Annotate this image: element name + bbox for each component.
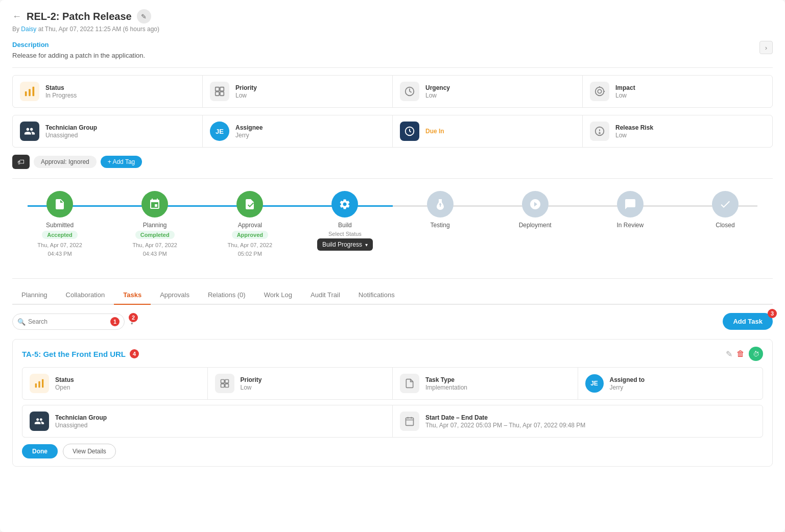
- priority-field-name: Priority: [235, 84, 257, 91]
- field-priority[interactable]: Priority Low: [203, 76, 392, 107]
- fields-grid-row2: Technician Group Unassigned JE Assignee …: [12, 115, 773, 148]
- step-submitted-badge: Accepted: [42, 231, 78, 239]
- step-testing-circle: [427, 191, 454, 217]
- tab-work-log[interactable]: Work Log: [255, 286, 301, 305]
- step-submitted-label: Submitted: [46, 222, 74, 229]
- status-field-value: In Progress: [45, 92, 77, 99]
- task-status-icon: [30, 374, 49, 393]
- field-assignee[interactable]: JE Assignee Jerry: [203, 115, 392, 147]
- task-toolbar: 🔍 1 ↕ 2 Add Task 3: [12, 313, 773, 330]
- task-field-status[interactable]: Status Open: [22, 368, 207, 399]
- task-status-name: Status: [55, 376, 74, 383]
- field-status[interactable]: Status In Progress: [13, 76, 202, 107]
- step-closed[interactable]: Closed: [678, 191, 773, 231]
- svg-rect-27: [406, 418, 414, 425]
- sort-badge-2: 2: [129, 313, 138, 322]
- field-impact[interactable]: Impact Low: [583, 76, 772, 107]
- step-deployment-circle: [522, 191, 549, 217]
- svg-point-19: [599, 133, 600, 134]
- task-status-value: Open: [55, 384, 74, 391]
- back-button[interactable]: ←: [12, 11, 21, 22]
- tab-tasks[interactable]: Tasks: [114, 286, 151, 305]
- task-field-assigned[interactable]: JE Assigned to Jerry: [578, 368, 763, 399]
- step-build[interactable]: Build Select Status Build Progress ▾: [297, 191, 392, 251]
- svg-rect-22: [42, 379, 43, 388]
- step-planning[interactable]: Planning Completed Thu, Apr 07, 202204:4…: [107, 191, 202, 258]
- task-timer-button[interactable]: ⏱: [749, 347, 763, 361]
- step-approval-circle: [236, 191, 263, 217]
- task-tech-group-icon: [30, 412, 49, 431]
- step-build-circle: [331, 191, 358, 217]
- field-technician-group[interactable]: Technician Group Unassigned: [13, 115, 202, 147]
- step-approval[interactable]: Approval Approved Thu, Apr 07, 202205:02…: [202, 191, 297, 258]
- task-assigned-name: Assigned to: [610, 376, 645, 383]
- status-icon: [20, 82, 39, 101]
- task-field-tech-group[interactable]: Technician Group Unassigned: [22, 405, 392, 437]
- task-field-dates[interactable]: Start Date – End Date Thu, Apr 07, 2022 …: [393, 405, 763, 437]
- task-badge-4: 4: [130, 349, 139, 358]
- step-build-dropdown[interactable]: Build Progress ▾: [317, 238, 373, 251]
- field-due-in[interactable]: Due In: [393, 115, 582, 147]
- due-in-field-name: Due In: [425, 128, 444, 135]
- tab-notifications[interactable]: Notifications: [349, 286, 404, 305]
- step-in-review-circle: [617, 191, 644, 217]
- task-assigned-value: Jerry: [610, 384, 645, 391]
- release-risk-value: Low: [615, 132, 653, 139]
- task-dates-name: Start Date – End Date: [425, 414, 585, 421]
- task-card-header: TA-5: Get the Front End URL 4 ✎ 🗑 ⏱: [22, 347, 763, 361]
- field-release-risk[interactable]: Release Risk Low: [583, 115, 772, 147]
- task-type-value: Implementation: [425, 384, 467, 391]
- tab-planning[interactable]: Planning: [12, 286, 57, 305]
- tag-icon-button[interactable]: 🏷: [12, 155, 30, 169]
- task-tech-group-value: Unassigned: [55, 422, 107, 429]
- tags-row: 🏷 Approval: Ignored + Add Tag: [12, 155, 773, 169]
- step-submitted-date: Thu, Apr 07, 202204:43 PM: [37, 241, 82, 258]
- step-in-review[interactable]: In Review: [583, 191, 678, 231]
- step-testing-label: Testing: [431, 222, 450, 229]
- step-approval-label: Approval: [238, 222, 262, 229]
- step-deployment[interactable]: Deployment: [488, 191, 583, 231]
- task-edit-button[interactable]: ✎: [726, 349, 732, 359]
- field-urgency[interactable]: Urgency Low: [393, 76, 582, 107]
- svg-rect-2: [33, 87, 35, 96]
- tab-relations[interactable]: Relations (0): [199, 286, 255, 305]
- task-field-priority[interactable]: Priority Low: [208, 368, 393, 399]
- due-in-icon: [400, 122, 419, 141]
- edit-title-button[interactable]: ✎: [137, 9, 151, 23]
- step-testing[interactable]: Testing: [393, 191, 488, 231]
- task-calendar-icon: [400, 412, 419, 431]
- search-badge-1: 1: [110, 317, 120, 326]
- fields-grid-row1: Status In Progress Priority Low Urgency …: [12, 75, 773, 108]
- step-submitted[interactable]: Submitted Accepted Thu, Apr 07, 202204:4…: [12, 191, 107, 258]
- tech-group-value: Unassigned: [45, 132, 97, 139]
- tab-audit-trail[interactable]: Audit Trail: [301, 286, 349, 305]
- step-approval-date: Thu, Apr 07, 202205:02 PM: [228, 241, 272, 258]
- task-type-icon: [400, 374, 419, 393]
- task-title-link[interactable]: TA-5: Get the Front End URL: [22, 350, 126, 358]
- task-priority-value: Low: [241, 384, 262, 391]
- svg-rect-5: [216, 92, 219, 95]
- svg-line-9: [410, 91, 412, 92]
- task-delete-button[interactable]: 🗑: [736, 349, 745, 358]
- description-text: Release for adding a patch in the applic…: [12, 52, 773, 59]
- step-submitted-circle: [46, 191, 73, 217]
- view-details-button[interactable]: View Details: [63, 444, 116, 459]
- task-dates-value: Thu, Apr 07, 2022 05:03 PM – Thu, Apr 07…: [425, 422, 585, 429]
- author-link[interactable]: Daisy: [21, 26, 36, 33]
- step-planning-label: Planning: [143, 222, 167, 229]
- svg-line-16: [410, 131, 411, 132]
- tech-group-name: Technician Group: [45, 124, 97, 131]
- step-closed-label: Closed: [716, 222, 734, 229]
- search-input[interactable]: [12, 313, 125, 330]
- done-button[interactable]: Done: [22, 444, 58, 458]
- svg-point-10: [596, 87, 604, 96]
- impact-icon: [590, 82, 609, 101]
- expand-button[interactable]: ›: [759, 41, 773, 54]
- add-task-button[interactable]: Add Task: [723, 313, 773, 330]
- add-tag-button[interactable]: + Add Tag: [101, 156, 142, 168]
- tab-collaboration[interactable]: Collaboration: [57, 286, 114, 305]
- task-field-type[interactable]: Task Type Implementation: [393, 368, 578, 399]
- tab-approvals[interactable]: Approvals: [151, 286, 199, 305]
- svg-rect-4: [220, 87, 224, 91]
- svg-rect-21: [38, 381, 40, 388]
